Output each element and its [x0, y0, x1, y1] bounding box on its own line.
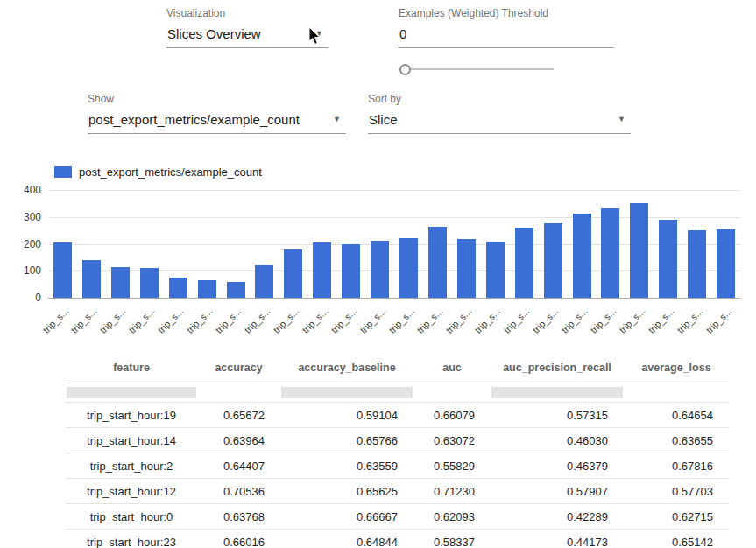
- bar[interactable]: [399, 238, 418, 298]
- metric-cell: 0.66016: [197, 536, 280, 548]
- chart-gridline: [48, 190, 740, 191]
- metric-cell: 0.63655: [624, 434, 729, 447]
- bar[interactable]: [659, 220, 677, 298]
- metric-cell: 0.63559: [280, 460, 413, 473]
- threshold-control: Examples (Weighted) Threshold 0: [399, 7, 614, 76]
- filter-cell: [66, 387, 197, 398]
- metric-cell: 0.57907: [491, 485, 624, 498]
- column-header-average_loss[interactable]: average_loss: [624, 362, 729, 374]
- bar[interactable]: [457, 239, 476, 298]
- bar[interactable]: [486, 242, 505, 298]
- slider-thumb[interactable]: [399, 64, 411, 75]
- table-filter-row: [66, 383, 729, 403]
- y-axis-tick-label: 100: [10, 264, 41, 277]
- bar[interactable]: [111, 267, 130, 298]
- bar[interactable]: [140, 268, 159, 298]
- filter-input[interactable]: [491, 387, 623, 398]
- bar[interactable]: [169, 278, 187, 298]
- metric-cell: 0.55829: [413, 460, 491, 473]
- chart-gridline: [48, 298, 740, 299]
- table-row[interactable]: trip_start_hour:140.639640.657660.630720…: [66, 428, 729, 453]
- mouse-cursor-icon: [308, 27, 321, 46]
- bar[interactable]: [227, 282, 245, 298]
- bar[interactable]: [198, 280, 216, 298]
- visualization-selected-value: Slices Overview: [167, 26, 261, 41]
- metric-cell: 0.70536: [197, 485, 280, 498]
- visualization-dropdown[interactable]: Slices Overview ▼: [166, 26, 329, 48]
- feature-cell: trip_start_hour:12: [66, 485, 197, 498]
- chevron-down-icon: ▼: [618, 116, 625, 123]
- bar[interactable]: [515, 228, 533, 298]
- column-header-auc_precision_recall[interactable]: auc_precision_recall: [491, 362, 624, 374]
- metric-cell: 0.62093: [413, 510, 491, 523]
- table-row[interactable]: trip_start_hour:190.656720.591040.660790…: [66, 403, 729, 428]
- table-header-row: featureaccuracyaccuracy_baselineaucauc_p…: [66, 352, 729, 383]
- bar[interactable]: [284, 249, 302, 298]
- metric-cell: 0.63768: [197, 510, 280, 523]
- bar[interactable]: [53, 242, 72, 298]
- bar[interactable]: [371, 241, 389, 298]
- metric-cell: 0.62715: [624, 510, 729, 523]
- metric-cell: 0.64654: [624, 409, 729, 422]
- filter-input[interactable]: [281, 387, 413, 398]
- y-axis-tick-label: 0: [10, 292, 41, 304]
- column-header-auc[interactable]: auc: [413, 362, 491, 374]
- table-row[interactable]: trip_start_hour:230.660160.648440.583370…: [66, 530, 729, 548]
- table-row[interactable]: trip_start_hour:20.644070.635590.558290.…: [66, 453, 729, 479]
- feature-cell: trip_start_hour:19: [66, 409, 197, 422]
- chart-legend: post_export_metrics/example_count: [54, 165, 262, 179]
- bar[interactable]: [342, 244, 360, 299]
- threshold-input[interactable]: 0: [399, 26, 614, 48]
- filter-input[interactable]: [67, 387, 196, 398]
- metric-cell: 0.65672: [197, 409, 280, 422]
- metric-cell: 0.58337: [413, 536, 491, 548]
- feature-cell: trip_start_hour:14: [66, 434, 197, 447]
- metric-cell: 0.66079: [413, 409, 491, 422]
- chevron-down-icon: ▼: [333, 116, 341, 123]
- show-label: Show: [88, 93, 346, 105]
- visualization-control: Visualization Slices Overview ▼: [166, 7, 329, 48]
- filter-cell: [491, 387, 624, 398]
- threshold-slider[interactable]: [399, 63, 554, 76]
- metric-cell: 0.65766: [280, 434, 413, 447]
- bar[interactable]: [428, 227, 447, 299]
- metric-cell: 0.57703: [624, 485, 729, 498]
- legend-swatch: [54, 166, 72, 178]
- metric-cell: 0.66667: [280, 510, 413, 523]
- bar[interactable]: [573, 214, 591, 298]
- bar[interactable]: [313, 242, 331, 298]
- visualization-label: Visualization: [166, 7, 329, 19]
- y-axis-tick-label: 300: [10, 211, 41, 223]
- bar[interactable]: [688, 230, 706, 299]
- sort-selected-value: Slice: [369, 112, 398, 127]
- metric-cell: 0.63964: [197, 434, 280, 447]
- bar-chart: 0100200300400trip_s...trip_s...trip_s...…: [48, 190, 740, 298]
- bar[interactable]: [630, 203, 648, 298]
- metric-cell: 0.44173: [491, 536, 624, 548]
- bar[interactable]: [255, 265, 273, 298]
- slicing-metrics-browser: Visualization Slices Overview ▼ Examples…: [0, 0, 756, 548]
- bar[interactable]: [601, 208, 619, 298]
- column-header-accuracy[interactable]: accuracy: [197, 362, 280, 374]
- metric-cell: 0.59104: [280, 409, 413, 422]
- column-header-accuracy_baseline[interactable]: accuracy_baseline: [280, 362, 413, 374]
- table-row[interactable]: trip_start_hour:00.637680.666670.620930.…: [66, 504, 729, 530]
- legend-label: post_export_metrics/example_count: [79, 165, 262, 179]
- filter-cell: [280, 387, 413, 398]
- metric-cell: 0.71230: [413, 485, 491, 498]
- y-axis-tick-label: 200: [10, 238, 41, 250]
- sort-dropdown[interactable]: Slice ▼: [368, 112, 631, 134]
- show-control: Show post_export_metrics/example_count ▼: [88, 93, 346, 134]
- bar[interactable]: [82, 260, 101, 298]
- y-axis-tick-label: 400: [10, 184, 41, 196]
- show-dropdown[interactable]: post_export_metrics/example_count ▼: [88, 112, 346, 134]
- slider-track[interactable]: [399, 68, 554, 70]
- bar[interactable]: [544, 223, 562, 298]
- feature-cell: trip_start_hour:23: [66, 536, 197, 548]
- table-row[interactable]: trip_start_hour:120.705360.656250.712300…: [66, 479, 729, 504]
- column-header-feature[interactable]: feature: [66, 362, 197, 374]
- metric-cell: 0.42289: [491, 510, 624, 523]
- show-selected-value: post_export_metrics/example_count: [88, 112, 300, 127]
- bar[interactable]: [717, 229, 735, 298]
- metric-cell: 0.57315: [491, 409, 624, 422]
